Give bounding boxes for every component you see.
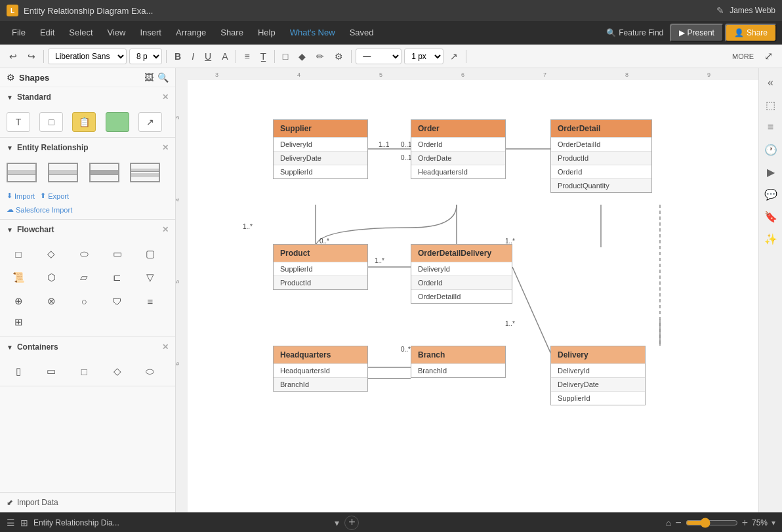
text-shape[interactable]: T [7,112,30,132]
fc-rect2[interactable]: ▭ [106,245,129,263]
import-button[interactable]: ⬇ Import [7,192,35,200]
supplier-entity[interactable]: Supplier DeliveryId DeliveryDate Supplie… [273,119,368,179]
fc-rect[interactable]: □ [7,245,30,263]
cont-oval[interactable]: ⬭ [138,362,162,380]
bold-button[interactable]: B [171,49,185,64]
connection-end-button[interactable]: ↗ [446,49,462,64]
menu-arrange[interactable]: Arrange [169,25,213,40]
fc-shield[interactable]: 🛡 [106,292,129,310]
order-entity[interactable]: Order OrderId OrderDate HeadquartersId [411,119,506,179]
fc-rounded[interactable]: ▢ [138,245,162,263]
fc-diamond[interactable]: ◇ [39,245,63,263]
fill-color-button[interactable]: ◆ [295,49,310,64]
menu-select[interactable]: Select [62,25,99,40]
collapse-icon[interactable]: « [762,73,780,92]
video-icon[interactable]: ▶ [762,163,780,181]
headquarters-entity[interactable]: Headquarters HeadquartersId BranchId [273,346,368,392]
standard-close[interactable]: ✕ [162,92,169,102]
menu-file[interactable]: File [5,25,32,40]
search-icon[interactable]: 🔍 [157,72,169,83]
menu-share[interactable]: Share [214,25,250,40]
menu-help[interactable]: Help [251,25,282,40]
er-shape-1[interactable] [7,163,37,182]
library-icon[interactable]: 🔖 [762,207,780,226]
expand-button[interactable]: ⤢ [760,47,777,65]
er-close[interactable]: ✕ [162,143,169,152]
product-entity[interactable]: Product SupplierId ProductId [273,244,368,290]
er-header[interactable]: ▼ Entity Relationship ✕ [0,138,175,157]
add-page-button[interactable]: + [344,516,359,530]
italic-button[interactable]: I [188,49,198,64]
flowchart-close[interactable]: ✕ [162,225,169,234]
line-color-button[interactable]: ✏ [312,49,328,64]
rect-shape[interactable]: □ [39,112,63,132]
menu-view[interactable]: View [101,25,133,40]
grid-view-button[interactable]: ⊞ [20,518,28,528]
list-view-button[interactable]: ☰ [7,518,15,528]
orderdetail-entity[interactable]: OrderDetail OrderDetailId ProductId Orde… [550,119,652,193]
orderdetaildelivery-entity[interactable]: OrderDetailDelivery DeliveryId OrderId O… [411,244,512,304]
fc-hex[interactable]: ⬡ [39,268,63,287]
diagram-canvas[interactable]: 1..1 0..1 0..1 1..* 0..* 1..* 1..* 1..* … [188,80,758,512]
fc-cylinder[interactable]: ⊏ [106,268,129,287]
more-button[interactable]: MORE [728,50,758,63]
containers-close[interactable]: ✕ [162,342,169,352]
fc-oval[interactable]: ⬭ [72,245,96,263]
fc-triangle-down[interactable]: ▽ [138,268,162,287]
line-width-select[interactable]: 1 px [404,49,443,64]
er-shape-3[interactable] [89,163,119,182]
menu-edit[interactable]: Edit [33,25,61,40]
align-button[interactable]: ≡ [240,49,253,64]
cont-vertical[interactable]: ▯ [7,362,30,380]
history-icon[interactable]: 🕐 [762,140,780,159]
underline-button[interactable]: U [201,49,215,64]
zoom-chevron-icon[interactable]: ▾ [772,518,775,527]
cont-horizontal[interactable]: ▭ [39,362,63,380]
salesforce-button[interactable]: ☁ Salesforce Import [0,204,175,219]
menu-whats-new[interactable]: What's New [283,25,342,40]
present-button[interactable]: ▶ Present [670,24,724,42]
zoom-minus-button[interactable]: − [675,517,681,529]
magic-icon[interactable]: ✨ [762,230,780,248]
font-family-select[interactable]: Liberation Sans [48,49,127,64]
canvas-area[interactable]: 3 4 5 6 7 8 9 3 4 5 6 [176,68,758,512]
menu-saved[interactable]: Saved [343,25,381,40]
fc-lines[interactable]: ≡ [138,292,162,310]
er-shape-4[interactable] [130,163,160,182]
chat-icon[interactable]: 💬 [762,185,780,203]
feature-find-btn[interactable]: 🔍 Feature Find [601,26,669,40]
cont-diamond[interactable]: ◇ [106,362,129,380]
layers-icon[interactable]: ≡ [762,118,780,136]
er-shape-2[interactable] [48,163,78,182]
fc-scroll[interactable]: 📜 [7,268,30,287]
zoom-plus-button[interactable]: + [742,517,748,529]
home-icon[interactable]: ⌂ [666,518,671,528]
line-style-select[interactable]: — [356,49,401,64]
edit-icon[interactable]: ✎ [716,5,724,16]
fc-para[interactable]: ▱ [72,268,96,287]
delivery-entity[interactable]: Delivery DeliveryId DeliveryDate Supplie… [550,346,646,405]
flowchart-header[interactable]: ▼ Flowchart ✕ [0,220,175,239]
colored-rect-shape[interactable] [106,112,129,132]
standard-header[interactable]: ▼ Standard ✕ [0,87,175,107]
redo-button[interactable]: ↪ [24,49,39,64]
menu-insert[interactable]: Insert [133,25,168,40]
zoom-slider[interactable] [686,518,738,528]
share-button[interactable]: 👤 Share [725,24,777,42]
font-size-select[interactable]: 8 pt [129,49,162,64]
fc-x-circle[interactable]: ⊗ [39,292,63,310]
image-icon[interactable]: 🖼 [144,72,154,83]
shape-style-button[interactable]: □ [279,49,292,64]
fc-lines2[interactable]: ⊞ [7,313,30,331]
containers-header[interactable]: ▼ Containers ✕ [0,337,175,357]
branch-entity[interactable]: Branch BranchId [411,346,506,378]
cont-rect[interactable]: □ [72,362,96,380]
arrow-shape[interactable]: ↗ [138,112,162,132]
text-format-button[interactable]: T̲ [257,49,270,64]
undo-button[interactable]: ↩ [5,49,21,64]
fc-circle[interactable]: ○ [72,292,96,310]
page-dropdown-icon[interactable]: ▾ [335,518,339,528]
connection-style-button[interactable]: ⚙ [331,49,347,64]
export-button[interactable]: ⬆ Export [40,192,69,200]
fc-plus[interactable]: ⊕ [7,292,30,310]
